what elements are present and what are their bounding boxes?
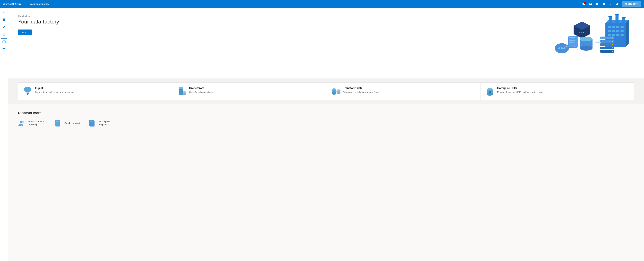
svg-point-60 (612, 48, 613, 48)
svg-rect-36 (581, 32, 582, 33)
edit-icon (2, 25, 6, 28)
transform-card-content: Transform data Transform your data using… (343, 87, 380, 94)
discover-item-pipeline-templates[interactable]: Pipeline templates (55, 120, 82, 127)
feature-card-orchestrate[interactable]: Orchestrate Code-free data pipelines. (172, 82, 326, 100)
svg-rect-17 (608, 30, 611, 32)
chat-icon-btn[interactable]: 1 (581, 1, 587, 7)
pipeline-templates-label: Pipeline templates (64, 122, 82, 125)
svg-rect-45 (569, 40, 575, 41)
svg-point-97 (20, 121, 22, 123)
sidebar-item-learn[interactable] (1, 46, 8, 52)
feature-cards-section: Ingest Copy data at scale once or on a s… (8, 78, 644, 104)
factory-name-nav: Your-data-factory (30, 3, 49, 5)
svg-rect-107 (90, 123, 93, 123)
settings-icon-btn[interactable] (601, 1, 607, 7)
svg-point-49 (558, 47, 560, 49)
ingest-icon (23, 87, 32, 96)
home-icon (2, 18, 6, 21)
orchestrate-icon (177, 87, 186, 96)
transform-description: Transform your data using data flows. (343, 91, 380, 94)
svg-rect-14 (612, 26, 615, 28)
svg-rect-23 (616, 34, 619, 36)
svg-point-92 (489, 91, 490, 92)
svg-rect-16 (620, 26, 624, 28)
svg-rect-46 (569, 42, 574, 43)
sidebar-collapse-button[interactable]: » (1, 10, 8, 15)
svg-rect-13 (608, 26, 611, 28)
help-text: ? (610, 2, 612, 6)
svg-point-61 (612, 51, 613, 52)
brand: Microsoft Azure Your-data-factory (3, 2, 49, 6)
account-icon (616, 2, 619, 6)
ssis-card-content: Configure SSIS Manage & run your SSIS pa… (497, 87, 544, 94)
svg-rect-20 (620, 30, 624, 32)
pipeline-templates-icon (55, 120, 62, 127)
top-nav: Microsoft Azure Your-data-factory 1 (0, 0, 644, 8)
svg-point-87 (337, 92, 340, 94)
sidebar: » (0, 8, 8, 261)
sap-pipeline-templates-icon (89, 120, 96, 127)
feature-card-ingest[interactable]: Ingest Copy data at scale once or on a s… (18, 82, 172, 100)
svg-rect-54 (600, 43, 614, 46)
svg-marker-9 (2, 48, 6, 50)
chat-badge: 1 (584, 2, 586, 4)
account-icon-btn[interactable] (614, 1, 620, 7)
notification-icon-btn[interactable] (594, 1, 600, 7)
discover-items-list: Browse partners (preview) Pipeline templ… (18, 120, 634, 127)
svg-rect-27 (622, 17, 625, 24)
svg-rect-21 (608, 34, 611, 36)
svg-rect-108 (90, 124, 92, 124)
svg-rect-19 (616, 30, 619, 32)
ssis-icon (485, 87, 494, 96)
bell-icon (596, 2, 599, 6)
sidebar-item-manage[interactable] (1, 38, 8, 45)
help-icon-btn[interactable]: ? (608, 1, 614, 7)
discover-section: Discover more Browse partners (preview) (8, 104, 644, 134)
svg-rect-103 (56, 124, 58, 124)
feature-card-transform[interactable]: Transform data Transform your data using… (326, 82, 480, 100)
svg-point-98 (22, 121, 24, 123)
svg-rect-56 (600, 50, 614, 53)
user-account-button[interactable]: MICROSOFT (622, 1, 641, 7)
gear-icon (602, 2, 606, 6)
orchestrate-card-content: Orchestrate Code-free data pipelines. (189, 87, 214, 94)
svg-rect-35 (578, 32, 580, 33)
svg-point-50 (561, 47, 563, 49)
discover-item-partners[interactable]: Browse partners (preview) (18, 120, 48, 127)
svg-point-3 (617, 3, 618, 4)
feature-card-ssis[interactable]: Configure SSIS Manage & run your SSIS pa… (480, 82, 634, 100)
svg-rect-26 (616, 15, 618, 24)
hero-subtitle: Data factory (18, 15, 634, 17)
svg-rect-33 (578, 31, 580, 31)
svg-rect-34 (581, 31, 582, 31)
orchestrate-title: Orchestrate (189, 87, 214, 90)
sidebar-item-author[interactable] (1, 24, 8, 30)
sap-pipeline-templates-label: SAP pipeline templates (98, 120, 119, 126)
discover-item-sap-pipeline-templates[interactable]: SAP pipeline templates (89, 120, 119, 127)
ssis-title: Configure SSIS (497, 87, 544, 90)
topnav-right: 1 ? MICROSOFT (581, 1, 641, 7)
ingest-description: Copy data at scale once or on a schedule… (35, 91, 76, 94)
svg-point-57 (612, 38, 613, 38)
hero-title: Your-data-factory (18, 18, 634, 25)
feedback-icon-btn[interactable] (588, 1, 594, 7)
svg-rect-53 (600, 40, 614, 42)
briefcase-icon (2, 40, 6, 43)
svg-rect-106 (90, 122, 92, 122)
svg-rect-24 (620, 34, 624, 36)
svg-rect-70 (27, 92, 28, 95)
orchestrate-description: Code-free data pipelines. (189, 91, 214, 94)
collapse-icon: » (3, 11, 5, 14)
transform-icon (331, 87, 340, 96)
svg-rect-55 (600, 46, 614, 49)
new-button[interactable]: New ▾ (18, 30, 32, 35)
graduation-icon (2, 47, 6, 50)
partners-icon (18, 120, 26, 127)
sidebar-item-monitor[interactable] (1, 31, 8, 38)
svg-rect-52 (600, 36, 614, 39)
chevron-down-icon: ▾ (28, 31, 28, 33)
svg-rect-30 (622, 16, 626, 18)
ssis-description: Manage & run your SSIS packages in the c… (497, 91, 544, 94)
sidebar-item-home[interactable] (1, 16, 8, 23)
svg-marker-67 (598, 41, 600, 43)
